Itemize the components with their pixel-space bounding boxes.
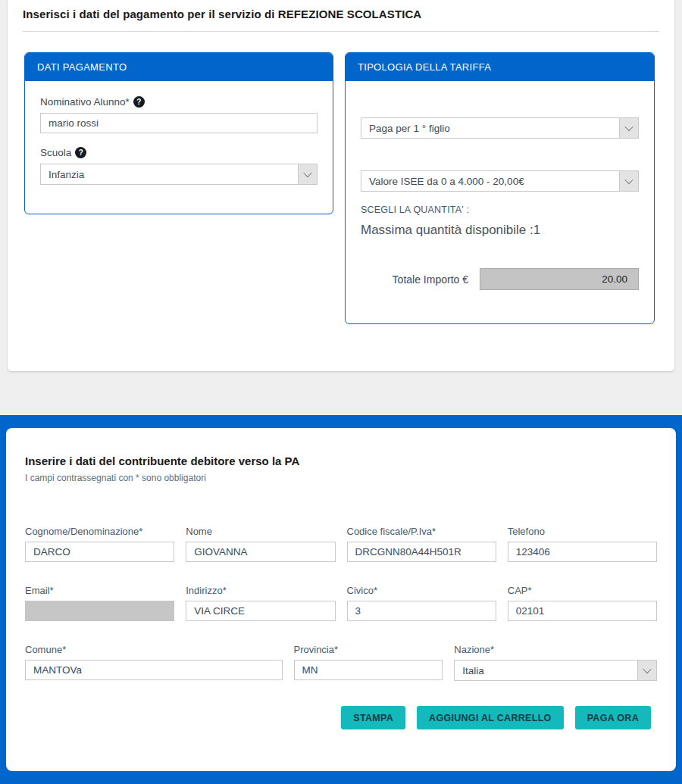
paga-ora-button[interactable]: PAGA ORA: [575, 706, 651, 729]
max-quantity-text: Massima quantità disponibile :1: [361, 223, 639, 238]
help-icon[interactable]: ?: [133, 96, 145, 108]
quantity-label: SCEGLI LA QUANTITA' :: [361, 205, 639, 215]
panels-row: DATI PAGAMENTO Nominativo Alunno* ? Scuo…: [8, 32, 674, 324]
aggiungi-al-carrello-button[interactable]: AGGIUNGI AL CARRELLO: [417, 706, 564, 729]
cap-input[interactable]: [508, 601, 657, 621]
figlio-select[interactable]: Paga per 1 ° figlio: [361, 117, 639, 139]
debtor-section: Inserire i dati del contribuente debitor…: [0, 415, 682, 784]
debtor-subtitle: I campi contrassegnati con * sono obblig…: [19, 473, 663, 483]
cap-label: CAP*: [508, 585, 657, 596]
action-buttons-row: STAMPA AGGIUNGI AL CARRELLO PAGA ORA: [25, 706, 657, 729]
total-row: Totale Importo €: [361, 268, 639, 290]
dati-pagamento-header: DATI PAGAMENTO: [25, 53, 333, 81]
telefono-label: Telefono: [508, 526, 657, 537]
isee-select[interactable]: Valore ISEE da 0 a 4.000 - 20,00€: [361, 170, 639, 192]
total-import-readonly-input: [480, 268, 639, 290]
nominativo-alunno-label: Nominativo Alunno* ?: [40, 96, 318, 108]
help-icon[interactable]: ?: [75, 147, 86, 158]
page-title: Inserisci i dati del pagamento per il se…: [23, 8, 659, 20]
debtor-title: Inserire i dati del contribuente debitor…: [19, 454, 663, 467]
cognome-field-group: Cognome/Denominazione*: [25, 526, 174, 562]
telefono-field-group: Telefono: [508, 526, 657, 562]
nazione-field-group: Nazione* Italia: [454, 644, 657, 681]
nome-label: Nome: [186, 526, 335, 537]
indirizzo-field-group: Indirizzo*: [186, 585, 335, 621]
tipologia-tariffa-body: Paga per 1 ° figlio Valore ISEE da 0 a 4…: [346, 81, 654, 305]
nazione-label: Nazione*: [454, 644, 657, 655]
nominativo-alunno-label-text: Nominativo Alunno*: [40, 96, 130, 108]
comune-label: Comune*: [25, 644, 283, 655]
chevron-down-icon: [624, 176, 633, 184]
chevron-down-icon: [643, 665, 651, 673]
select-dropdown-button: [619, 118, 638, 138]
scuola-select[interactable]: Infanzia: [40, 164, 318, 185]
civico-input[interactable]: [347, 601, 496, 621]
isee-select-value: Valore ISEE da 0 a 4.000 - 20,00€: [361, 176, 619, 187]
comune-input[interactable]: [25, 660, 283, 680]
civico-field-group: Civico*: [347, 585, 496, 621]
cognome-input[interactable]: [25, 542, 174, 562]
telefono-input[interactable]: [508, 542, 657, 562]
select-dropdown-button: [298, 164, 317, 184]
provincia-field-group: Provincia*: [294, 644, 443, 681]
select-dropdown-button: [619, 171, 638, 191]
chevron-down-icon: [303, 169, 311, 177]
tipologia-tariffa-header: TIPOLOGIA DELLA TARIFFA: [346, 53, 654, 81]
email-field-group: Email*: [25, 585, 174, 621]
codice-fiscale-field-group: Codice fiscale/P.Iva*: [347, 526, 496, 562]
email-input[interactable]: [25, 601, 174, 621]
provincia-label: Provincia*: [294, 644, 443, 655]
codice-fiscale-label: Codice fiscale/P.Iva*: [347, 526, 496, 537]
cap-field-group: CAP*: [508, 585, 657, 621]
scuola-select-value: Infanzia: [41, 169, 298, 180]
tipologia-tariffa-panel: TIPOLOGIA DELLA TARIFFA Paga per 1 ° fig…: [345, 52, 655, 324]
dati-pagamento-body: Nominativo Alunno* ? Scuola ? Infanzia: [25, 81, 333, 200]
total-import-label: Totale Importo €: [393, 273, 468, 286]
debtor-form: Cognome/Denominazione* Nome Codice fisca…: [19, 526, 663, 729]
dati-pagamento-panel: DATI PAGAMENTO Nominativo Alunno* ? Scuo…: [24, 52, 333, 214]
cognome-label: Cognome/Denominazione*: [25, 526, 174, 537]
nominativo-alunno-input[interactable]: [40, 113, 318, 133]
scuola-label-text: Scuola: [40, 147, 71, 158]
codice-fiscale-input[interactable]: [347, 542, 496, 562]
stampa-button[interactable]: STAMPA: [341, 706, 405, 729]
form-row-3: Comune* Provincia* Nazione* Italia: [25, 644, 657, 681]
chevron-down-icon: [624, 123, 633, 131]
nome-input[interactable]: [186, 542, 335, 562]
nome-field-group: Nome: [186, 526, 335, 562]
figlio-select-value: Paga per 1 ° figlio: [361, 123, 619, 134]
indirizzo-label: Indirizzo*: [186, 585, 335, 596]
nazione-select[interactable]: Italia: [454, 660, 657, 681]
provincia-input[interactable]: [294, 660, 443, 680]
form-row-2: Email* Indirizzo* Civico* CAP*: [25, 585, 657, 621]
debtor-card: Inserire i dati del contribuente debitor…: [6, 428, 676, 771]
scuola-label: Scuola ?: [40, 147, 318, 158]
select-dropdown-button: [637, 661, 656, 680]
nazione-select-value: Italia: [455, 665, 637, 676]
form-row-1: Cognome/Denominazione* Nome Codice fisca…: [25, 526, 657, 562]
civico-label: Civico*: [347, 585, 496, 596]
indirizzo-input[interactable]: [186, 601, 335, 621]
comune-field-group: Comune*: [25, 644, 283, 681]
payment-entry-card: Inserisci i dati del pagamento per il se…: [8, 0, 674, 371]
email-label: Email*: [25, 585, 174, 596]
